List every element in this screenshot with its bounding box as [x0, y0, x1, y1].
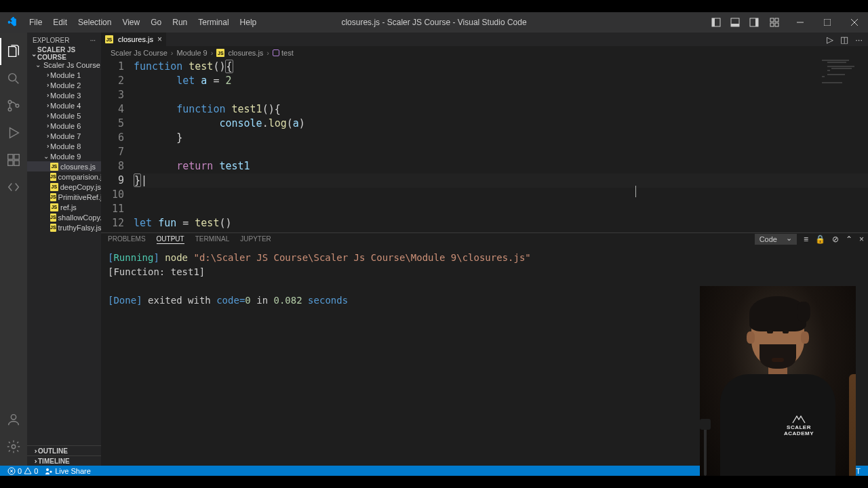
chevron-up-icon[interactable]: ⌃ — [846, 235, 852, 244]
panel-tab-terminal[interactable]: TERMINAL — [195, 235, 230, 243]
svg-rect-7 — [775, 18, 778, 22]
editor-tab[interactable]: JS closures.js × — [101, 33, 166, 46]
folder-module[interactable]: ⌄Module 3 — [27, 90, 101, 100]
svg-rect-6 — [770, 18, 774, 22]
svg-line-15 — [16, 81, 19, 84]
more-actions-icon[interactable]: ··· — [855, 35, 863, 45]
list-icon[interactable]: ≡ — [804, 235, 808, 244]
svg-rect-1 — [712, 18, 715, 26]
panel-tab-output[interactable]: OUTPUT — [157, 235, 184, 244]
svg-point-24 — [12, 445, 16, 449]
menu-run[interactable]: Run — [167, 12, 193, 33]
svg-point-28 — [46, 468, 49, 471]
vscode-logo — [0, 17, 24, 28]
explorer-icon[interactable] — [0, 38, 27, 65]
remote-icon[interactable] — [0, 174, 27, 201]
customize-layout-icon[interactable] — [766, 12, 783, 33]
svg-rect-3 — [731, 24, 739, 26]
folder-module[interactable]: ⌄Module 1 — [27, 70, 101, 80]
js-file-icon: JS — [105, 35, 113, 43]
js-file-icon: JS — [50, 214, 56, 222]
js-file-icon: JS — [50, 203, 58, 211]
js-file-icon: JS — [216, 49, 224, 57]
menu-help[interactable]: Help — [235, 12, 262, 33]
svg-rect-20 — [14, 155, 19, 159]
output-channel-select[interactable]: Code — [755, 234, 797, 245]
folder-project[interactable]: ⌄Scaler Js Course — [27, 60, 101, 70]
close-panel-icon[interactable]: × — [859, 235, 864, 244]
js-file-icon: JS — [50, 193, 56, 201]
folder-module[interactable]: ⌄Module 2 — [27, 80, 101, 90]
window-title: closures.js - Scaler JS Course - Visual … — [341, 18, 526, 27]
folder-module-open[interactable]: ⌄Module 9 — [27, 151, 101, 161]
svg-rect-22 — [14, 161, 19, 165]
lock-scroll-icon[interactable]: 🔒 — [815, 235, 825, 244]
svg-point-23 — [11, 415, 16, 420]
titlebar: File Edit Selection View Go Run Terminal… — [0, 12, 868, 33]
explorer-sidebar: EXPLORER ··· ⌄SCALER JS COURSE ⌄Scaler J… — [27, 33, 101, 466]
accounts-icon[interactable] — [0, 406, 27, 433]
folder-module[interactable]: ⌄Module 6 — [27, 121, 101, 131]
file-item[interactable]: JSclosures.js — [27, 161, 101, 171]
breadcrumb[interactable]: Scaler Js Course› Module 9› JS closures.… — [101, 46, 868, 60]
menu-selection[interactable]: Selection — [73, 12, 117, 33]
minimize-button[interactable] — [787, 12, 814, 33]
minimap[interactable] — [822, 60, 863, 100]
close-window-button[interactable] — [841, 12, 868, 33]
text-cursor — [635, 186, 636, 197]
svg-point-16 — [8, 100, 12, 104]
js-file-icon: JS — [50, 183, 58, 191]
settings-gear-icon[interactable] — [0, 433, 27, 460]
workspace-root[interactable]: ⌄SCALER JS COURSE — [27, 47, 101, 60]
scaler-logo: SCALERACADEMY — [774, 413, 823, 438]
folder-module[interactable]: ⌄Module 7 — [27, 131, 101, 141]
js-file-icon: JS — [50, 173, 56, 181]
editor-tabs: JS closures.js × ▷ ◫ ··· — [101, 33, 868, 46]
layout-panel-icon[interactable] — [726, 12, 745, 33]
svg-rect-5 — [755, 18, 758, 26]
file-item[interactable]: JStruthyFalsy.js — [27, 222, 101, 232]
symbol-function-icon — [273, 49, 279, 56]
menu-view[interactable]: View — [117, 12, 145, 33]
svg-rect-11 — [824, 19, 831, 26]
timeline-section[interactable]: ⌄TIMELINE — [27, 455, 101, 466]
svg-rect-9 — [775, 23, 778, 26]
menu-go[interactable]: Go — [145, 12, 167, 33]
layout-secondary-sidebar-icon[interactable] — [745, 12, 764, 33]
source-control-icon[interactable] — [0, 92, 27, 119]
panel-tab-jupyter[interactable]: JUPYTER — [240, 235, 271, 243]
svg-point-17 — [8, 108, 12, 111]
js-file-icon: JS — [50, 163, 58, 171]
run-debug-icon[interactable] — [0, 119, 27, 146]
file-item[interactable]: JSshallowCopy.js — [27, 212, 101, 222]
status-errors[interactable]: 0 0 — [4, 467, 41, 475]
file-item[interactable]: JSref.js — [27, 202, 101, 212]
folder-module[interactable]: ⌄Module 4 — [27, 100, 101, 110]
clear-output-icon[interactable]: ⊘ — [832, 235, 839, 244]
sidebar-more-icon[interactable]: ··· — [90, 37, 96, 44]
status-liveshare[interactable]: Live Share — [41, 467, 94, 475]
search-icon[interactable] — [0, 65, 27, 92]
svg-point-29 — [50, 470, 52, 472]
split-editor-icon[interactable]: ◫ — [840, 35, 848, 45]
folder-module[interactable]: ⌄Module 5 — [27, 110, 101, 121]
js-file-icon: JS — [50, 224, 56, 232]
file-item[interactable]: JSdeepCopy.js — [27, 182, 101, 192]
code-content[interactable]: function test(){ let a = 2 function test… — [134, 60, 868, 232]
code-editor[interactable]: 1 2 3 4 5 6 7 8 9 10 11 12 function test… — [101, 60, 868, 232]
menu-file[interactable]: File — [24, 12, 47, 33]
menu-edit[interactable]: Edit — [47, 12, 73, 33]
outline-section[interactable]: ⌄OUTLINE — [27, 445, 101, 455]
maximize-button[interactable] — [814, 12, 841, 33]
layout-primary-sidebar-icon[interactable] — [707, 12, 726, 33]
extensions-icon[interactable] — [0, 146, 27, 174]
file-item[interactable]: JSPrimitiveRef.js — [27, 192, 101, 202]
run-file-icon[interactable]: ▷ — [827, 35, 833, 45]
file-item[interactable]: JScomparision.js — [27, 171, 101, 182]
menu-bar: File Edit Selection View Go Run Terminal… — [24, 12, 262, 33]
panel-tab-problems[interactable]: PROBLEMS — [108, 235, 146, 243]
menu-terminal[interactable]: Terminal — [193, 12, 234, 33]
folder-module[interactable]: ⌄Module 8 — [27, 141, 101, 151]
svg-rect-21 — [8, 161, 13, 165]
close-tab-icon[interactable]: × — [157, 35, 162, 44]
